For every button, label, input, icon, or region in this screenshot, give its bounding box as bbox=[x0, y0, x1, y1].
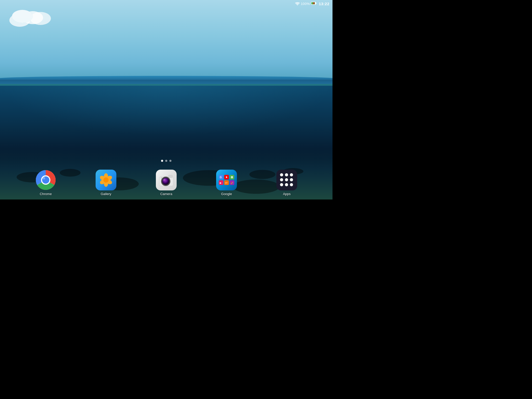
svg-point-16 bbox=[103, 177, 109, 183]
svg-text:🎉: 🎉 bbox=[231, 182, 233, 184]
app-camera[interactable]: Camera bbox=[153, 170, 179, 196]
svg-point-9 bbox=[43, 177, 45, 179]
apps-dot-8 bbox=[285, 183, 288, 186]
chrome-icon bbox=[35, 170, 56, 190]
google-label: Google bbox=[221, 192, 232, 196]
apps-dot-7 bbox=[280, 183, 283, 186]
google-icon: G bbox=[216, 170, 237, 190]
svg-text:G: G bbox=[220, 176, 222, 179]
app-gallery[interactable]: Gallery bbox=[93, 170, 119, 196]
underwater-glow bbox=[0, 86, 332, 136]
gallery-icon bbox=[96, 170, 116, 190]
apps-dot-5 bbox=[285, 178, 288, 181]
apps-icon-container bbox=[276, 170, 297, 190]
gallery-flower-icon bbox=[99, 173, 113, 187]
camera-icon-container bbox=[156, 170, 177, 190]
svg-text:🏷: 🏷 bbox=[225, 182, 228, 184]
battery-icon bbox=[311, 1, 317, 6]
app-apps[interactable]: Apps bbox=[274, 170, 300, 196]
gallery-label: Gallery bbox=[101, 192, 111, 196]
apps-dot-9 bbox=[290, 183, 293, 186]
page-dot-3[interactable] bbox=[169, 160, 171, 162]
status-bar: 100% 13:22 bbox=[0, 0, 332, 7]
app-chrome[interactable]: Chrome bbox=[33, 170, 59, 196]
google-icon-container: G bbox=[216, 170, 237, 190]
svg-rect-4 bbox=[316, 3, 317, 4]
page-dot-1[interactable] bbox=[161, 160, 163, 162]
apps-dot-1 bbox=[280, 173, 283, 176]
dock: Chrome bbox=[0, 166, 332, 200]
app-google[interactable]: G bbox=[214, 170, 240, 196]
svg-point-24 bbox=[164, 179, 165, 181]
page-dot-2[interactable] bbox=[165, 160, 167, 162]
apps-icon bbox=[276, 170, 297, 190]
svg-point-22 bbox=[162, 178, 169, 185]
apps-dot-2 bbox=[285, 173, 288, 176]
cloud bbox=[7, 7, 54, 23]
status-icons: 100% 13:22 bbox=[295, 1, 329, 6]
camera-icon bbox=[156, 170, 177, 190]
svg-text:▶: ▶ bbox=[220, 182, 222, 184]
svg-marker-26 bbox=[226, 176, 228, 178]
google-mini-grid: G bbox=[219, 175, 234, 185]
camera-label: Camera bbox=[160, 192, 172, 196]
svg-rect-18 bbox=[168, 175, 172, 178]
apps-dot-6 bbox=[290, 178, 293, 181]
apps-label: Apps bbox=[283, 192, 291, 196]
chrome-icon-container bbox=[35, 170, 56, 190]
gallery-icon-container bbox=[96, 170, 116, 190]
svg-point-27 bbox=[232, 177, 232, 178]
time-display: 13:22 bbox=[319, 2, 329, 6]
wifi-icon bbox=[295, 1, 300, 6]
apps-dot-3 bbox=[290, 173, 293, 176]
camera-svg bbox=[158, 174, 174, 187]
battery-percent: 100% bbox=[301, 2, 310, 6]
chrome-label: Chrome bbox=[40, 192, 52, 196]
apps-dot-4 bbox=[280, 178, 283, 181]
page-indicators bbox=[161, 160, 171, 162]
apps-dots-grid bbox=[280, 173, 294, 187]
